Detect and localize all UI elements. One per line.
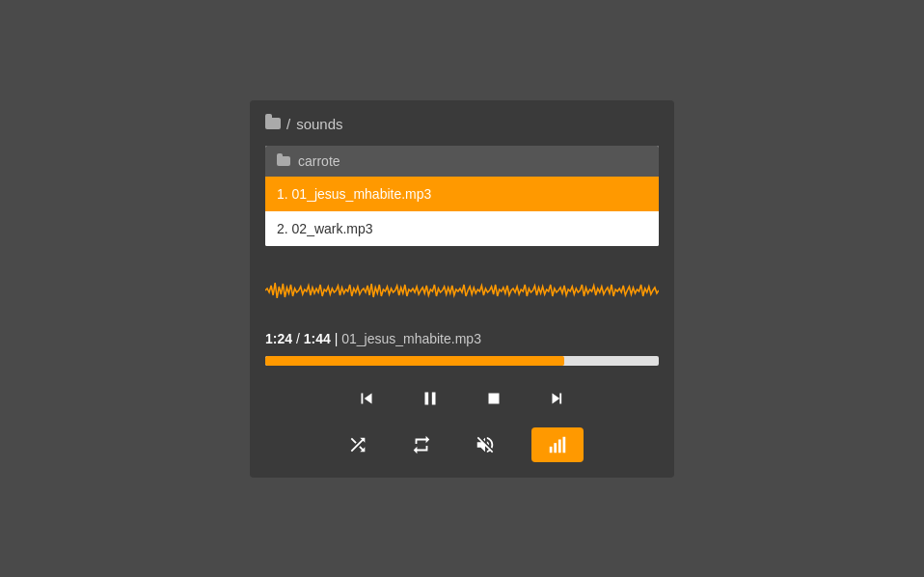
progress-bar[interactable]: [265, 356, 659, 366]
waveform-svg: [265, 271, 659, 310]
waveform-container: [265, 261, 659, 319]
file-item-2-label: 2. 02_wark.mp3: [277, 221, 373, 236]
svg-rect-1: [554, 443, 557, 453]
mute-button[interactable]: [468, 427, 503, 462]
file-list-header: carrote: [265, 146, 659, 177]
now-playing-name: 01_jesus_mhabite.mp3: [341, 331, 481, 346]
time-display: 1:24 / 1:44 | 01_jesus_mhabite.mp3: [265, 331, 659, 346]
folder-name: carrote: [298, 153, 340, 169]
prev-icon: [356, 388, 377, 409]
volume-bars-icon: [547, 434, 568, 455]
controls-row-2: [265, 427, 659, 462]
shuffle-icon: [347, 434, 368, 455]
pause-button[interactable]: [413, 381, 448, 416]
prev-button[interactable]: [349, 381, 384, 416]
shuffle-button[interactable]: [340, 427, 375, 462]
breadcrumb-separator: /: [286, 116, 290, 132]
file-list: carrote 1. 01_jesus_mhabite.mp3 2. 02_wa…: [265, 146, 659, 246]
repeat-icon: [411, 434, 432, 455]
progress-bar-fill: [265, 356, 564, 366]
file-item-1-label: 1. 01_jesus_mhabite.mp3: [277, 186, 431, 202]
folder-icon-sm: [277, 156, 290, 166]
total-time: 1:44: [304, 331, 331, 346]
breadcrumb-folder: sounds: [296, 116, 342, 132]
mute-icon: [475, 434, 496, 455]
current-time: 1:24: [265, 331, 292, 346]
breadcrumb: / sounds: [265, 116, 659, 132]
file-item-1[interactable]: 1. 01_jesus_mhabite.mp3: [265, 177, 659, 211]
volume-button[interactable]: [531, 427, 584, 462]
svg-rect-0: [550, 446, 553, 452]
svg-rect-3: [563, 436, 566, 453]
player-container: / sounds carrote 1. 01_jesus_mhabite.mp3…: [250, 100, 674, 478]
controls-row-1: [265, 381, 659, 416]
svg-rect-2: [558, 439, 561, 453]
next-button[interactable]: [540, 381, 575, 416]
time-separator: /: [296, 331, 304, 346]
repeat-button[interactable]: [404, 427, 439, 462]
pause-icon: [420, 388, 441, 409]
stop-icon: [483, 388, 504, 409]
file-item-2[interactable]: 2. 02_wark.mp3: [265, 211, 659, 246]
stop-button[interactable]: [476, 381, 511, 416]
next-icon: [547, 388, 568, 409]
folder-icon: [265, 118, 281, 129]
